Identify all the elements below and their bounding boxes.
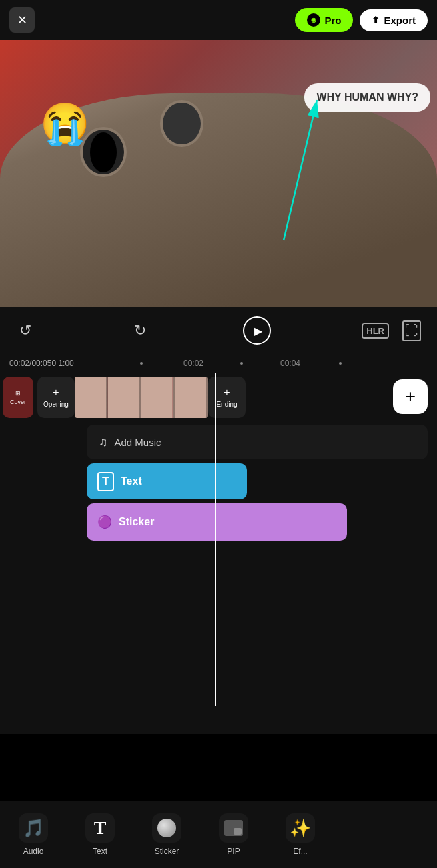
opening-label: Opening	[43, 401, 69, 408]
pro-icon: ◉	[307, 13, 320, 27]
music-icon: ♫	[99, 435, 108, 449]
playhead	[215, 373, 216, 706]
top-right-actions: ◉ Pro ⬆ Export	[295, 8, 428, 32]
text-toolbar-icon: T	[85, 813, 115, 843]
cover-icon: ⊞	[15, 390, 21, 397]
sticker-toolbar-icon	[152, 813, 181, 843]
ending-icon: +	[224, 387, 230, 399]
bottom-toolbar: 🎵 Audio T Text Sticker PIP ✨ Ef...	[0, 801, 437, 868]
time-dot-3	[339, 362, 342, 365]
add-music-track[interactable]: ♫ Add Music	[87, 425, 428, 459]
cat-eye-right	[160, 100, 203, 147]
effects-label: Ef...	[293, 847, 307, 856]
top-bar: ✕ ◉ Pro ⬆ Export	[0, 0, 437, 40]
hdr-badge[interactable]: HLR	[362, 323, 389, 339]
sticker-track-label: Sticker	[119, 516, 154, 528]
toolbar-effects[interactable]: ✨ Ef...	[267, 801, 334, 868]
audio-label: Audio	[23, 847, 44, 856]
time-marker-1: 00:02	[183, 359, 203, 368]
fullscreen-icon: ⛶	[402, 320, 421, 341]
undo-button[interactable]: ↺	[13, 318, 37, 343]
export-button[interactable]: ⬆ Export	[360, 9, 428, 31]
pro-label: Pro	[324, 15, 341, 26]
export-arrow-icon: ⬆	[372, 15, 380, 25]
export-label: Export	[384, 15, 416, 26]
toolbar-pip[interactable]: PIP	[200, 801, 267, 868]
opening-button[interactable]: + Opening	[37, 377, 75, 418]
cover-label: Cover	[10, 399, 26, 405]
ending-button[interactable]: + Ending	[208, 377, 246, 418]
add-icon: +	[405, 386, 416, 407]
undo-icon: ↺	[19, 322, 31, 339]
text-track-label: Text	[121, 475, 142, 487]
text-track[interactable]: T Text	[87, 463, 247, 499]
add-track-button[interactable]: +	[393, 379, 428, 414]
close-icon: ✕	[17, 13, 27, 27]
text-label: Text	[93, 847, 107, 856]
ending-label: Ending	[216, 401, 237, 408]
play-button[interactable]: ▶	[243, 316, 271, 345]
cover-button[interactable]: ⊞ Cover	[3, 377, 33, 418]
crying-emoji: 😭	[40, 100, 90, 148]
time-marker-2: 00:04	[280, 359, 300, 368]
speech-bubble: WHY HUMAN WHY?	[304, 83, 430, 112]
track-area: ⊞ Cover + Opening + Ending + ♫ Add Music…	[0, 373, 437, 706]
redo-button[interactable]: ↻	[128, 318, 152, 343]
redo-icon: ↻	[134, 322, 146, 339]
audio-icon: 🎵	[19, 813, 48, 843]
pro-button[interactable]: ◉ Pro	[295, 8, 353, 32]
sticker-label: Sticker	[155, 847, 179, 856]
controls-bar: ↺ ↻ ▶ HLR ⛶	[0, 307, 437, 354]
time-dot-2	[240, 362, 243, 365]
effects-toolbar-icon: ✨	[286, 813, 315, 843]
sticker-track[interactable]: 🟣 Sticker	[87, 503, 347, 541]
sticker-track-icon: 🟣	[97, 515, 112, 529]
fullscreen-button[interactable]: ⛶	[400, 318, 424, 343]
current-timecode: 00:02/00:050 1:00	[9, 359, 74, 368]
video-preview: 😭 WHY HUMAN WHY?	[0, 40, 437, 307]
right-controls: HLR ⛶	[362, 318, 424, 343]
close-button[interactable]: ✕	[9, 7, 35, 33]
text-track-icon: T	[97, 472, 114, 491]
time-dot-1	[140, 362, 143, 365]
video-track-row: ⊞ Cover + Opening + Ending +	[0, 373, 437, 422]
pip-toolbar-icon	[219, 813, 248, 843]
pip-label: PIP	[227, 847, 240, 856]
play-icon: ▶	[252, 324, 262, 337]
toolbar-text[interactable]: T Text	[67, 801, 133, 868]
toolbar-sticker[interactable]: Sticker	[133, 801, 200, 868]
hdr-label: HLR	[366, 326, 384, 336]
toolbar-audio[interactable]: 🎵 Audio	[0, 801, 67, 868]
video-frames[interactable]	[75, 377, 208, 418]
video-background: 😭 WHY HUMAN WHY?	[0, 40, 437, 307]
speech-text: WHY HUMAN WHY?	[316, 91, 418, 103]
timeline-area: ↺ ↻ ▶ HLR ⛶ 00:02/00:050 1:00 00:02 00:0…	[0, 307, 437, 734]
time-ruler: 00:02/00:050 1:00 00:02 00:04	[0, 354, 437, 373]
opening-icon: +	[53, 387, 59, 399]
add-music-label: Add Music	[115, 437, 161, 448]
